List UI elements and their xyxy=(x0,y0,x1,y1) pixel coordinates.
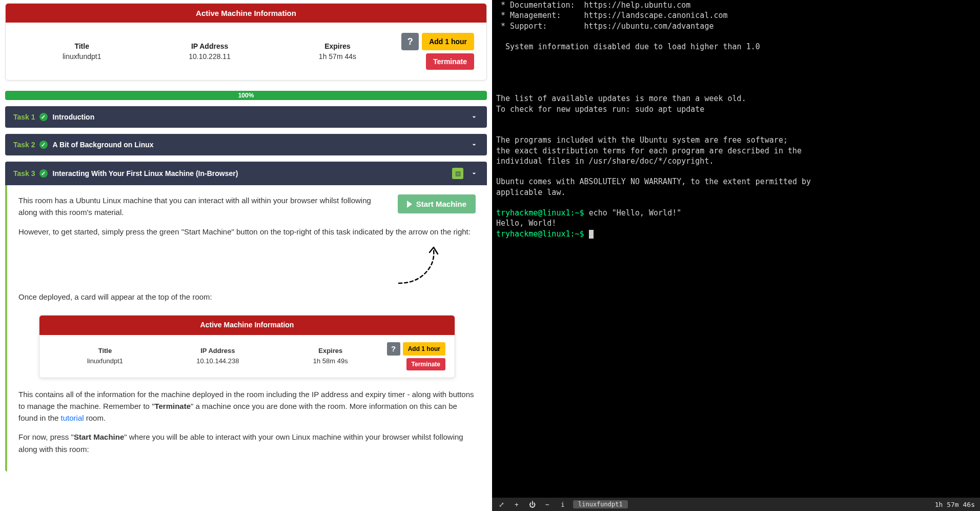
play-icon xyxy=(407,201,412,208)
help-button[interactable]: ? xyxy=(401,33,419,50)
progress-pct: 100% xyxy=(238,92,254,99)
task-3-num: Task 3 xyxy=(13,169,35,178)
terminal[interactable]: * Documentation: https://help.ubuntu.com… xyxy=(492,0,980,498)
tutorial-link[interactable]: tutorial xyxy=(61,414,84,422)
embedded-expires-label: Expires xyxy=(274,346,387,356)
embedded-help-button: ? xyxy=(387,342,400,356)
power-icon[interactable]: ⏻ xyxy=(528,501,536,508)
arrow-illustration xyxy=(394,245,445,286)
task-2-num: Task 2 xyxy=(13,141,35,149)
task3-p2: However, to get started, simply press th… xyxy=(18,226,476,238)
machine-ip-label: IP Address xyxy=(146,42,273,50)
terminal-cmd: echo "Hello, World!" xyxy=(589,208,682,218)
status-timer: 1h 57m 46s xyxy=(935,501,975,508)
terminal-prompt: tryhackme@linux1:~$ xyxy=(496,229,589,239)
minus-icon[interactable]: − xyxy=(543,501,552,508)
terminate-button[interactable]: Terminate xyxy=(426,53,474,70)
chevron-down-icon xyxy=(469,169,479,178)
machine-ip-value: 10.10.228.11 xyxy=(146,52,273,61)
embedded-terminate-button: Terminate xyxy=(406,358,445,370)
task-3-body: This room has a Ubuntu Linux machine tha… xyxy=(5,185,487,471)
machine-ip-col: IP Address 10.10.228.11 xyxy=(146,42,273,61)
notes-icon[interactable] xyxy=(452,168,463,179)
arrows-icon[interactable]: ⤢ xyxy=(497,501,505,508)
machine-title-value: linuxfundpt1 xyxy=(18,52,146,61)
machine-expires-label: Expires xyxy=(274,42,401,50)
embedded-expires-value: 1h 58m 49s xyxy=(274,356,387,366)
task-1: Task 1 Introduction xyxy=(5,106,487,128)
task3-p4: This contains all of the information for… xyxy=(18,388,476,424)
terminal-cmd-output: Hello, World! xyxy=(496,219,556,228)
task-2-header[interactable]: Task 2 A Bit of Background on Linux xyxy=(5,134,487,155)
progress-bar: 100% xyxy=(5,91,487,100)
embedded-card-header: Active Machine Information xyxy=(39,316,455,335)
check-icon xyxy=(39,113,48,121)
embedded-title-label: Title xyxy=(49,346,161,356)
embedded-title-value: linuxfundpt1 xyxy=(49,356,161,366)
start-machine-label: Start Machine xyxy=(416,200,466,208)
terminal-cursor xyxy=(589,230,594,239)
embedded-ip-label: IP Address xyxy=(161,346,274,356)
check-icon xyxy=(39,141,48,149)
task-3-title: Interacting With Your First Linux Machin… xyxy=(53,169,452,178)
task3-p5: For now, press "Start Machine" where you… xyxy=(18,431,476,455)
task3-p3: Once deployed, a card will appear at the… xyxy=(18,291,476,303)
terminal-prompt: tryhackme@linux1:~$ xyxy=(496,208,589,218)
vm-status-bar: ⤢ + ⏻ − i linuxfundpt1 1h 57m 46s xyxy=(492,498,980,511)
embedded-add-1-hour-button: Add 1 hour xyxy=(403,342,445,356)
embedded-machine-card: Active Machine Information Title linuxfu… xyxy=(39,315,455,378)
machine-title-label: Title xyxy=(18,42,146,50)
task-1-header[interactable]: Task 1 Introduction xyxy=(5,106,487,128)
task-1-num: Task 1 xyxy=(13,113,35,121)
add-1-hour-button[interactable]: Add 1 hour xyxy=(422,33,474,50)
machine-card-header: Active Machine Information xyxy=(6,4,486,23)
task-3: Task 3 Interacting With Your First Linux… xyxy=(5,162,487,471)
terminal-output: * Documentation: https://help.ubuntu.com… xyxy=(496,1,811,197)
machine-title-col: Title linuxfundpt1 xyxy=(18,42,146,61)
lesson-pane[interactable]: Active Machine Information Title linuxfu… xyxy=(0,0,492,511)
task-2: Task 2 A Bit of Background on Linux xyxy=(5,134,487,155)
start-machine-button[interactable]: Start Machine xyxy=(398,194,476,213)
info-icon[interactable]: i xyxy=(559,501,567,508)
chevron-down-icon xyxy=(469,140,479,149)
task-3-header[interactable]: Task 3 Interacting With Your First Linux… xyxy=(5,162,487,185)
active-machine-card: Active Machine Information Title linuxfu… xyxy=(5,3,487,81)
check-icon xyxy=(39,169,48,178)
task-2-title: A Bit of Background on Linux xyxy=(53,141,469,149)
machine-expires-value: 1h 57m 44s xyxy=(274,52,401,61)
embedded-ip-value: 10.10.144.238 xyxy=(161,356,274,366)
chevron-down-icon xyxy=(469,112,479,122)
terminal-pane: * Documentation: https://help.ubuntu.com… xyxy=(492,0,980,511)
task-1-title: Introduction xyxy=(53,113,469,121)
task3-p1: This room has a Ubuntu Linux machine tha… xyxy=(18,194,390,219)
machine-expires-col: Expires 1h 57m 44s xyxy=(274,42,401,61)
plus-icon[interactable]: + xyxy=(513,501,521,508)
status-tab[interactable]: linuxfundpt1 xyxy=(573,500,628,508)
